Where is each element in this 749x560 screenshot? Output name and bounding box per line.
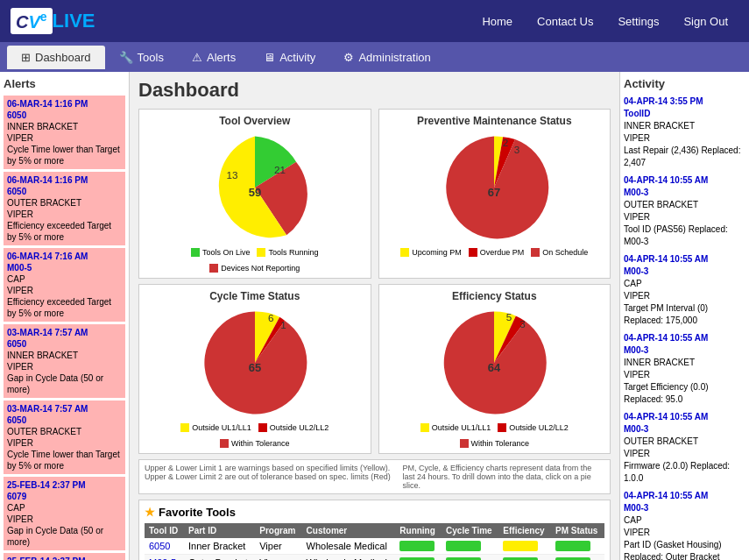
legend-on-schedule: On Schedule	[531, 248, 588, 257]
tool-overview-svg: 59 13 21	[198, 131, 312, 245]
pm-status-chart: Preventive Maintenance Status 67 2 3	[378, 109, 611, 279]
cell-running-1	[395, 538, 442, 555]
nav-tabs: ⊞ Dashboard 🔧 Tools ⚠ Alerts 🖥 Activity …	[0, 42, 749, 72]
charts-row-2: Cycle Time Status 65 6 1 Ou	[138, 284, 611, 454]
tool-overview-title: Tool Overview	[145, 115, 365, 127]
chart-notes: Upper & Lower Limit 1 are warnings based…	[138, 459, 611, 494]
activity-desc-6: CAPVIPERPart ID (Gasket Housing) Replace…	[624, 515, 722, 560]
activity-tool-5[interactable]: M00-3	[624, 423, 745, 436]
tools-table: Tool ID Part ID Program Customer Running…	[145, 523, 604, 560]
nav-contact[interactable]: Contact Us	[526, 11, 604, 32]
alert-id-6[interactable]: 6079	[7, 491, 122, 502]
tab-alerts[interactable]: ⚠ Alerts	[178, 46, 250, 69]
legend-color-red	[209, 264, 218, 273]
star-icon: ★	[145, 506, 155, 519]
list-item[interactable]: 03-MAR-14 7:57 AM 6050 OUTER BRACKETVIPE…	[4, 401, 125, 474]
cell-customer-2: Wholesale Medical	[302, 555, 396, 561]
cell-part-2: Outer Bracket	[184, 555, 255, 561]
activity-panel: Activity 04-APR-14 3:55 PM ToolID INNER …	[619, 72, 749, 560]
alert-id-3[interactable]: M00-5	[7, 262, 122, 273]
alert-date-2[interactable]: 06-MAR-14 1:16 PM	[7, 174, 122, 186]
activity-date-5[interactable]: 04-APR-14 10:55 AM	[624, 411, 745, 423]
tab-admin-label: Administration	[358, 51, 430, 64]
tab-dashboard[interactable]: ⊞ Dashboard	[7, 46, 105, 69]
tool-overview-legend: Tools On Live Tools Running Devices Not …	[145, 248, 365, 273]
legend-within-tolerance-eff: Within Tolerance	[460, 439, 529, 448]
header: CVe LIVE Home Contact Us Settings Sign O…	[0, 0, 749, 42]
alert-date-5[interactable]: 03-MAR-14 7:57 AM	[7, 403, 122, 415]
alert-date-4[interactable]: 03-MAR-14 7:57 AM	[7, 327, 122, 338]
nav-signout[interactable]: Sign Out	[673, 11, 738, 32]
alerts-title: Alerts	[4, 75, 125, 92]
tab-administration[interactable]: ⚙ Administration	[329, 46, 444, 69]
col-part-id: Part ID	[184, 523, 255, 538]
activity-tool-4[interactable]: M00-3	[624, 344, 745, 357]
svg-text:2: 2	[503, 137, 509, 148]
activity-date-6[interactable]: 04-APR-14 10:55 AM	[624, 490, 745, 502]
cell-tool-id-2: M00-5	[145, 555, 184, 561]
activity-date-3[interactable]: 04-APR-14 10:55 AM	[624, 253, 745, 266]
list-item[interactable]: 06-MAR-14 1:16 PM 6050 INNER BRACKETVIPE…	[4, 96, 125, 169]
cell-pm-1	[551, 538, 604, 555]
alert-date-3[interactable]: 06-MAR-14 7:16 AM	[7, 251, 122, 262]
tab-activity[interactable]: 🖥 Activity	[250, 46, 329, 69]
list-item[interactable]: 06-MAR-14 7:16 AM M00-5 CAPVIPEREfficien…	[4, 248, 125, 322]
tool-link-1[interactable]: 6050	[149, 541, 170, 551]
svg-text:5: 5	[506, 311, 512, 323]
cell-part-1: Inner Bracket	[184, 538, 255, 555]
list-item[interactable]: 25-FEB-14 2:37 PM 6079 INNER BRACKETVIPE…	[4, 553, 125, 560]
dashboard-title: Dashboard	[138, 79, 611, 102]
alert-date-6[interactable]: 25-FEB-14 2:37 PM	[7, 479, 122, 491]
legend-overdue-pm: Overdue PM	[469, 248, 525, 257]
cycle-time-pie[interactable]: 65 6 1	[145, 306, 365, 420]
table-row: 6050 Inner Bracket Viper Wholesale Medic…	[145, 538, 604, 555]
activity-desc-4: INNER BRACKETVIPERTarget Efficiency (0.0…	[624, 358, 709, 404]
list-item[interactable]: 03-MAR-14 7:57 AM 6050 INNER BRACKETVIPE…	[4, 324, 125, 398]
legend-outside-ul2-eff: Outside UL2/LL2	[498, 423, 569, 432]
activity-tool-3[interactable]: M00-3	[624, 266, 745, 278]
efficiency-pie[interactable]: 64 5 3	[385, 306, 605, 420]
activity-tool-6[interactable]: M00-3	[624, 502, 745, 514]
tab-dashboard-label: Dashboard	[35, 51, 91, 64]
list-item: 04-APR-14 10:55 AM M00-3 CAPVIPERTarget …	[624, 253, 745, 327]
list-item: 04-APR-14 3:55 PM ToolID INNER BRACKETVI…	[624, 96, 745, 169]
activity-date-1[interactable]: 04-APR-14 3:55 PM	[624, 96, 745, 108]
pm-status-pie[interactable]: 67 2 3	[385, 131, 605, 245]
alerts-icon: ⚠	[192, 51, 202, 64]
nav-settings[interactable]: Settings	[607, 11, 669, 32]
activity-icon: 🖥	[264, 51, 275, 64]
tab-tools[interactable]: 🔧 Tools	[105, 46, 178, 69]
favorite-tools: ★ Favorite Tools Tool ID Part ID Program…	[138, 500, 611, 560]
nav-home[interactable]: Home	[471, 11, 523, 32]
legend-outside-ul2: Outside UL2/LL2	[258, 423, 329, 432]
col-pm-status: PM Status	[551, 523, 604, 538]
activity-tool-2[interactable]: M00-3	[624, 187, 745, 199]
legend-color-yellow-ct	[180, 423, 189, 432]
list-item[interactable]: 25-FEB-14 2:37 PM 6079 CAPVIPERGap in Cy…	[4, 477, 125, 550]
alert-id-4[interactable]: 6050	[7, 338, 122, 350]
activity-date-4[interactable]: 04-APR-14 10:55 AM	[624, 332, 745, 344]
pm-status-legend: Upcoming PM Overdue PM On Schedule	[385, 248, 605, 257]
running-bar-1	[399, 541, 435, 551]
alert-part-3: CAPVIPEREfficiency exceeded Target by 5%…	[7, 274, 111, 318]
alert-id-1[interactable]: 6050	[7, 110, 122, 121]
svg-text:59: 59	[249, 186, 261, 199]
alerts-panel: Alerts 06-MAR-14 1:16 PM 6050 INNER BRAC…	[0, 72, 130, 560]
alert-date-7[interactable]: 25-FEB-14 2:37 PM	[7, 556, 122, 560]
efficiency-bar-1	[503, 541, 538, 551]
chart-note-1: Upper & Lower Limit 1 are warnings based…	[145, 464, 393, 490]
alert-id-5[interactable]: 6050	[7, 415, 122, 426]
tool-overview-pie[interactable]: 59 13 21	[145, 131, 365, 245]
efficiency-svg: 64 5 3	[437, 306, 551, 420]
chart-note-2: PM, Cycle, & Efficiency charts represent…	[402, 464, 604, 490]
activity-tool-1[interactable]: ToolID	[624, 108, 745, 120]
pm-bar-1	[555, 541, 590, 551]
list-item[interactable]: 06-MAR-14 1:16 PM 6050 OUTER BRACKETVIPE…	[4, 172, 125, 245]
cell-efficiency-1	[498, 538, 551, 555]
tab-alerts-label: Alerts	[207, 51, 236, 64]
alert-id-2[interactable]: 6050	[7, 186, 122, 197]
activity-date-2[interactable]: 04-APR-14 10:55 AM	[624, 174, 745, 187]
cycle-time-chart: Cycle Time Status 65 6 1 Ou	[138, 284, 371, 454]
alert-date-1[interactable]: 06-MAR-14 1:16 PM	[7, 98, 122, 110]
legend-color-red-eff	[498, 423, 506, 432]
